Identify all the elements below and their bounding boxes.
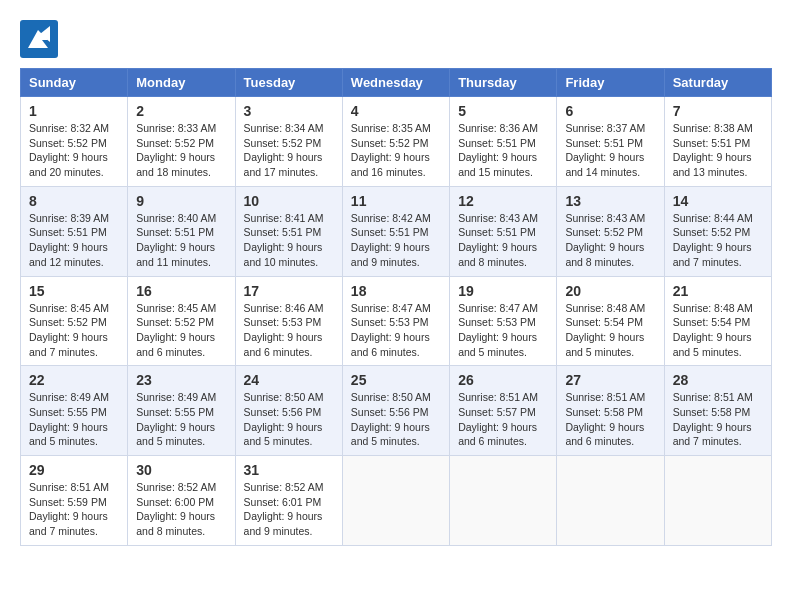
calendar-cell: 24 Sunrise: 8:50 AM Sunset: 5:56 PM Dayl… xyxy=(235,366,342,456)
calendar-cell: 16 Sunrise: 8:45 AM Sunset: 5:52 PM Dayl… xyxy=(128,276,235,366)
calendar-cell: 31 Sunrise: 8:52 AM Sunset: 6:01 PM Dayl… xyxy=(235,456,342,546)
logo-icon xyxy=(20,20,58,58)
calendar-cell: 12 Sunrise: 8:43 AM Sunset: 5:51 PM Dayl… xyxy=(450,186,557,276)
day-info: Sunrise: 8:52 AM Sunset: 6:01 PM Dayligh… xyxy=(244,480,334,539)
day-info: Sunrise: 8:50 AM Sunset: 5:56 PM Dayligh… xyxy=(244,390,334,449)
calendar-table: SundayMondayTuesdayWednesdayThursdayFrid… xyxy=(20,68,772,546)
weekday-header-tuesday: Tuesday xyxy=(235,69,342,97)
day-number: 8 xyxy=(29,193,119,209)
day-number: 20 xyxy=(565,283,655,299)
calendar-cell xyxy=(557,456,664,546)
day-number: 13 xyxy=(565,193,655,209)
weekday-header-thursday: Thursday xyxy=(450,69,557,97)
day-number: 12 xyxy=(458,193,548,209)
calendar-cell: 22 Sunrise: 8:49 AM Sunset: 5:55 PM Dayl… xyxy=(21,366,128,456)
page-header xyxy=(20,20,772,58)
calendar-cell: 8 Sunrise: 8:39 AM Sunset: 5:51 PM Dayli… xyxy=(21,186,128,276)
day-info: Sunrise: 8:52 AM Sunset: 6:00 PM Dayligh… xyxy=(136,480,226,539)
calendar-cell: 13 Sunrise: 8:43 AM Sunset: 5:52 PM Dayl… xyxy=(557,186,664,276)
day-info: Sunrise: 8:51 AM Sunset: 5:59 PM Dayligh… xyxy=(29,480,119,539)
day-info: Sunrise: 8:37 AM Sunset: 5:51 PM Dayligh… xyxy=(565,121,655,180)
day-number: 11 xyxy=(351,193,441,209)
day-info: Sunrise: 8:39 AM Sunset: 5:51 PM Dayligh… xyxy=(29,211,119,270)
day-number: 1 xyxy=(29,103,119,119)
calendar-cell: 4 Sunrise: 8:35 AM Sunset: 5:52 PM Dayli… xyxy=(342,97,449,187)
calendar-week-row: 22 Sunrise: 8:49 AM Sunset: 5:55 PM Dayl… xyxy=(21,366,772,456)
day-number: 30 xyxy=(136,462,226,478)
day-number: 2 xyxy=(136,103,226,119)
calendar-cell: 26 Sunrise: 8:51 AM Sunset: 5:57 PM Dayl… xyxy=(450,366,557,456)
day-info: Sunrise: 8:36 AM Sunset: 5:51 PM Dayligh… xyxy=(458,121,548,180)
calendar-cell: 28 Sunrise: 8:51 AM Sunset: 5:58 PM Dayl… xyxy=(664,366,771,456)
day-number: 15 xyxy=(29,283,119,299)
calendar-cell xyxy=(450,456,557,546)
calendar-cell: 17 Sunrise: 8:46 AM Sunset: 5:53 PM Dayl… xyxy=(235,276,342,366)
calendar-cell: 27 Sunrise: 8:51 AM Sunset: 5:58 PM Dayl… xyxy=(557,366,664,456)
calendar-cell xyxy=(664,456,771,546)
day-info: Sunrise: 8:43 AM Sunset: 5:52 PM Dayligh… xyxy=(565,211,655,270)
calendar-cell: 6 Sunrise: 8:37 AM Sunset: 5:51 PM Dayli… xyxy=(557,97,664,187)
day-info: Sunrise: 8:38 AM Sunset: 5:51 PM Dayligh… xyxy=(673,121,763,180)
calendar-cell: 21 Sunrise: 8:48 AM Sunset: 5:54 PM Dayl… xyxy=(664,276,771,366)
day-info: Sunrise: 8:46 AM Sunset: 5:53 PM Dayligh… xyxy=(244,301,334,360)
day-number: 9 xyxy=(136,193,226,209)
weekday-header-sunday: Sunday xyxy=(21,69,128,97)
day-info: Sunrise: 8:43 AM Sunset: 5:51 PM Dayligh… xyxy=(458,211,548,270)
day-number: 26 xyxy=(458,372,548,388)
weekday-header-row: SundayMondayTuesdayWednesdayThursdayFrid… xyxy=(21,69,772,97)
weekday-header-monday: Monday xyxy=(128,69,235,97)
calendar-cell: 3 Sunrise: 8:34 AM Sunset: 5:52 PM Dayli… xyxy=(235,97,342,187)
day-number: 4 xyxy=(351,103,441,119)
calendar-cell: 23 Sunrise: 8:49 AM Sunset: 5:55 PM Dayl… xyxy=(128,366,235,456)
logo xyxy=(20,20,58,58)
day-info: Sunrise: 8:50 AM Sunset: 5:56 PM Dayligh… xyxy=(351,390,441,449)
day-number: 27 xyxy=(565,372,655,388)
calendar-cell: 15 Sunrise: 8:45 AM Sunset: 5:52 PM Dayl… xyxy=(21,276,128,366)
calendar-cell: 29 Sunrise: 8:51 AM Sunset: 5:59 PM Dayl… xyxy=(21,456,128,546)
day-info: Sunrise: 8:32 AM Sunset: 5:52 PM Dayligh… xyxy=(29,121,119,180)
day-number: 16 xyxy=(136,283,226,299)
day-info: Sunrise: 8:45 AM Sunset: 5:52 PM Dayligh… xyxy=(136,301,226,360)
day-number: 6 xyxy=(565,103,655,119)
calendar-cell: 19 Sunrise: 8:47 AM Sunset: 5:53 PM Dayl… xyxy=(450,276,557,366)
calendar-cell: 14 Sunrise: 8:44 AM Sunset: 5:52 PM Dayl… xyxy=(664,186,771,276)
calendar-week-row: 15 Sunrise: 8:45 AM Sunset: 5:52 PM Dayl… xyxy=(21,276,772,366)
calendar-cell: 18 Sunrise: 8:47 AM Sunset: 5:53 PM Dayl… xyxy=(342,276,449,366)
day-number: 22 xyxy=(29,372,119,388)
day-number: 17 xyxy=(244,283,334,299)
day-info: Sunrise: 8:49 AM Sunset: 5:55 PM Dayligh… xyxy=(136,390,226,449)
day-number: 14 xyxy=(673,193,763,209)
calendar-cell: 5 Sunrise: 8:36 AM Sunset: 5:51 PM Dayli… xyxy=(450,97,557,187)
day-number: 25 xyxy=(351,372,441,388)
day-info: Sunrise: 8:51 AM Sunset: 5:58 PM Dayligh… xyxy=(673,390,763,449)
day-number: 23 xyxy=(136,372,226,388)
day-number: 3 xyxy=(244,103,334,119)
calendar-week-row: 1 Sunrise: 8:32 AM Sunset: 5:52 PM Dayli… xyxy=(21,97,772,187)
calendar-week-row: 29 Sunrise: 8:51 AM Sunset: 5:59 PM Dayl… xyxy=(21,456,772,546)
day-info: Sunrise: 8:49 AM Sunset: 5:55 PM Dayligh… xyxy=(29,390,119,449)
day-info: Sunrise: 8:33 AM Sunset: 5:52 PM Dayligh… xyxy=(136,121,226,180)
calendar-cell xyxy=(342,456,449,546)
day-info: Sunrise: 8:47 AM Sunset: 5:53 PM Dayligh… xyxy=(351,301,441,360)
calendar-cell: 25 Sunrise: 8:50 AM Sunset: 5:56 PM Dayl… xyxy=(342,366,449,456)
calendar-cell: 10 Sunrise: 8:41 AM Sunset: 5:51 PM Dayl… xyxy=(235,186,342,276)
day-info: Sunrise: 8:51 AM Sunset: 5:58 PM Dayligh… xyxy=(565,390,655,449)
weekday-header-friday: Friday xyxy=(557,69,664,97)
day-number: 29 xyxy=(29,462,119,478)
calendar-cell: 1 Sunrise: 8:32 AM Sunset: 5:52 PM Dayli… xyxy=(21,97,128,187)
calendar-cell: 30 Sunrise: 8:52 AM Sunset: 6:00 PM Dayl… xyxy=(128,456,235,546)
day-number: 5 xyxy=(458,103,548,119)
day-number: 31 xyxy=(244,462,334,478)
calendar-cell: 7 Sunrise: 8:38 AM Sunset: 5:51 PM Dayli… xyxy=(664,97,771,187)
day-number: 21 xyxy=(673,283,763,299)
calendar-cell: 11 Sunrise: 8:42 AM Sunset: 5:51 PM Dayl… xyxy=(342,186,449,276)
calendar-cell: 20 Sunrise: 8:48 AM Sunset: 5:54 PM Dayl… xyxy=(557,276,664,366)
day-info: Sunrise: 8:42 AM Sunset: 5:51 PM Dayligh… xyxy=(351,211,441,270)
day-number: 18 xyxy=(351,283,441,299)
day-info: Sunrise: 8:35 AM Sunset: 5:52 PM Dayligh… xyxy=(351,121,441,180)
calendar-week-row: 8 Sunrise: 8:39 AM Sunset: 5:51 PM Dayli… xyxy=(21,186,772,276)
day-number: 28 xyxy=(673,372,763,388)
day-number: 7 xyxy=(673,103,763,119)
day-info: Sunrise: 8:41 AM Sunset: 5:51 PM Dayligh… xyxy=(244,211,334,270)
day-info: Sunrise: 8:34 AM Sunset: 5:52 PM Dayligh… xyxy=(244,121,334,180)
